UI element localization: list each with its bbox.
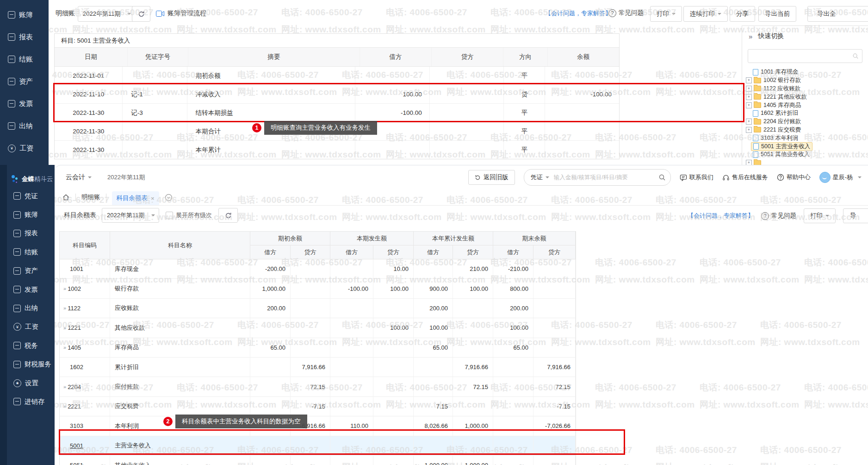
- sidebar-item-工资[interactable]: ¥工资: [0, 137, 49, 159]
- after-sales-service-link[interactable]: 售后在线服务: [722, 173, 768, 182]
- ledger-row[interactable]: 2022-11-30记-3结转本期损益-100.00平: [55, 104, 619, 122]
- sidebar-item-资产[interactable]: 资产: [7, 262, 55, 280]
- print-continuous-button[interactable]: 连续打印: [683, 6, 728, 22]
- balance-row-2204[interactable]: »2204应付账款72.1572.1572.15: [60, 377, 576, 396]
- tab-list-chevron-icon[interactable]: [165, 194, 173, 201]
- global-search[interactable]: 凭证 输入金额/核算项目/科目/摘要: [524, 169, 671, 186]
- expand-arrow-icon[interactable]: »: [63, 384, 66, 390]
- refresh-button[interactable]: [132, 6, 150, 22]
- expand-icon[interactable]: +: [746, 127, 752, 133]
- balance-cell-name: 银行存款: [110, 279, 250, 298]
- tree-item-1002[interactable]: +1002 银行存款: [742, 76, 868, 85]
- sidebar-item-报表[interactable]: 报表: [0, 26, 49, 48]
- faq-link[interactable]: ?常见问题: [608, 9, 644, 17]
- expand-icon[interactable]: +: [746, 86, 752, 92]
- expand-all-checkbox[interactable]: 展开所有级次: [166, 211, 212, 220]
- search-icon[interactable]: [658, 174, 666, 181]
- app-switcher[interactable]: 云会计: [66, 173, 92, 182]
- sidebar-item-账簿[interactable]: 账簿: [7, 205, 55, 224]
- tree-item-2221[interactable]: +2221 应交税费: [742, 126, 868, 134]
- period-dropdown[interactable]: 2022年第11期: [78, 6, 135, 22]
- expand-arrow-icon[interactable]: »: [63, 403, 66, 409]
- sidebar-item-设置[interactable]: ◉设置: [7, 374, 55, 392]
- help-circle-icon: [777, 174, 784, 181]
- expand-icon[interactable]: +: [746, 94, 752, 100]
- tree-item-5051[interactable]: 5051 其他业务收入: [742, 151, 868, 159]
- expert-qa-link[interactable]: 【会计问题，专家解答】: [545, 9, 611, 18]
- sidebar-item-凭证[interactable]: 凭证: [7, 187, 55, 205]
- balance-row-1221[interactable]: »1221其他应收款100.00100.00100.00: [60, 318, 576, 338]
- balance-row-5051[interactable]: 5051其他业务收入1,000.001,000.00: [60, 456, 576, 465]
- period-dropdown[interactable]: 2022年第11期: [102, 208, 159, 223]
- balance-row-3103[interactable]: 3103本年利润-6,916.66110.008,026.661,000.00-…: [60, 416, 576, 436]
- print-button[interactable]: 打印: [804, 208, 836, 223]
- faq-link[interactable]: ?常见问题: [761, 212, 796, 220]
- tree-item-1221[interactable]: +1221 其他应收款: [742, 93, 868, 101]
- expand-icon[interactable]: +: [746, 77, 752, 83]
- search-category[interactable]: 凭证: [531, 173, 543, 182]
- sidebar-item-发票[interactable]: 发票: [0, 93, 49, 115]
- balance-row-1405[interactable]: »1405库存商品65.0065.0065.00: [60, 338, 576, 358]
- tree-item-1122[interactable]: +1122 应收账款: [742, 85, 868, 93]
- refresh-button[interactable]: [218, 208, 238, 223]
- balance-cell-value: [493, 397, 533, 416]
- export-all-button[interactable]: 导出全: [807, 6, 868, 22]
- ledger-flow-button[interactable]: 账簿管理流程: [156, 9, 206, 18]
- balance-row-1122[interactable]: »1122应收账款200.00200.00200.00: [60, 299, 576, 318]
- collapse-panel-icon[interactable]: »: [749, 32, 752, 40]
- tree-item-2204[interactable]: +2204 应付账款: [742, 118, 868, 126]
- sidebar-item-发票[interactable]: 发票: [7, 280, 55, 299]
- contact-us-link[interactable]: 联系我们: [680, 173, 713, 182]
- expand-arrow-icon[interactable]: »: [63, 305, 66, 311]
- balance-cell-name: 其他应收款: [110, 318, 250, 337]
- balance-row-5001[interactable]: 5001主营业务收入: [60, 436, 576, 456]
- ledger-row[interactable]: 2022-11-01期初余额平: [55, 67, 619, 85]
- sidebar-item-出纳[interactable]: 出纳: [7, 299, 55, 317]
- sidebar-item-结账[interactable]: 结账: [7, 243, 55, 261]
- sidebar-item-报表[interactable]: 报表: [7, 224, 55, 243]
- balance-row-1001[interactable]: 1001库存现金-200.0010.00210.00-210.00: [60, 259, 576, 279]
- export-current-button[interactable]: 导出当前: [758, 6, 796, 22]
- sidebar-item-财税服务[interactable]: 财税服务: [7, 355, 55, 374]
- expand-arrow-icon[interactable]: »: [63, 325, 66, 331]
- help-center-link[interactable]: 帮助中心: [777, 173, 811, 182]
- balance-cell-value: [373, 299, 414, 318]
- tree-item-1001[interactable]: 1001 库存现金: [742, 68, 868, 76]
- balance-cell-value: [493, 456, 533, 465]
- back-old-version-button[interactable]: 返回旧版: [468, 170, 515, 185]
- home-icon[interactable]: [62, 194, 70, 201]
- expand-arrow-icon[interactable]: »: [63, 286, 66, 291]
- print-button[interactable]: 打印: [650, 6, 682, 22]
- export-button[interactable]: 导: [843, 208, 868, 223]
- ledger-row[interactable]: 2022-11-10记-1冲减收入100.00贷-100.00: [55, 85, 619, 104]
- share-button[interactable]: 分享: [730, 6, 755, 22]
- tree-item-5001[interactable]: 5001 主营业务收入: [742, 142, 868, 151]
- expand-icon[interactable]: +: [746, 102, 752, 108]
- sidebar-item-账簿[interactable]: 账簿: [0, 4, 49, 26]
- sidebar-item-结账[interactable]: 结账: [0, 48, 49, 70]
- balance-cell-value: 72.15: [291, 377, 330, 396]
- sidebar-item-进销存[interactable]: 进销存: [7, 392, 55, 411]
- tree-item-1405[interactable]: +1405 库存商品: [742, 101, 868, 109]
- balance-cell-name: 其他业务收入: [110, 456, 250, 465]
- tree-item-3103[interactable]: 3103 本年利润: [742, 134, 868, 142]
- ledger-row[interactable]: 2022-11-30本年累计平: [55, 141, 619, 159]
- sidebar-item-税务[interactable]: 税务: [7, 336, 55, 355]
- user-menu[interactable]: 星辰-杨: [819, 172, 862, 183]
- balance-row-2221[interactable]: »2221应交税费-7.157.15-7.15: [60, 397, 576, 416]
- balance-row-1002[interactable]: »1002银行存款1,000.00-100.00100.00900.00100.…: [60, 279, 576, 298]
- chevron-down-icon: [672, 13, 676, 17]
- tab-ledger[interactable]: 明细账: [81, 193, 100, 201]
- sidebar-item-资产[interactable]: 资产: [0, 70, 49, 93]
- sidebar-item-工资[interactable]: ¥工资: [7, 318, 55, 336]
- expand-arrow-icon[interactable]: »: [63, 345, 66, 350]
- tree-item-label: 2204 应付账款: [763, 118, 801, 126]
- close-tab-icon[interactable]: ×: [151, 195, 155, 202]
- sidebar-item-出纳[interactable]: 出纳: [0, 115, 49, 137]
- expert-qa-link[interactable]: 【会计问题，专家解答】: [688, 212, 754, 220]
- tab-balance-sheet[interactable]: 科目余额表×: [112, 191, 159, 205]
- balance-row-1602[interactable]: 1602累计折旧7,916.667,916.667,916.66: [60, 358, 576, 377]
- expand-icon[interactable]: +: [746, 119, 752, 125]
- account-search-input[interactable]: [748, 49, 862, 63]
- tree-item-1602[interactable]: 1602 累计折旧: [742, 109, 868, 118]
